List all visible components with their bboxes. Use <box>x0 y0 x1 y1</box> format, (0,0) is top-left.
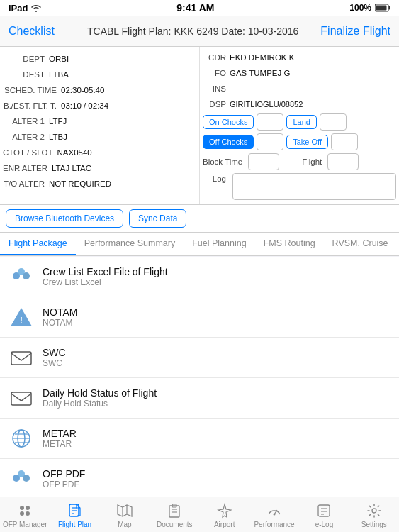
off-chocks-input[interactable] <box>257 133 283 150</box>
status-time: 9:41 AM <box>176 2 214 13</box>
dept-row: DEPT ORBI <box>3 51 196 67</box>
ofp-pdf-subtitle: OFP PDF <box>43 480 390 489</box>
bottom-tab-airport-label: Airport <box>214 521 235 528</box>
on-chocks-input[interactable] <box>257 113 283 131</box>
flight-info-container: DEPT ORBI DEST LTBA SCHED. TIME 02:30-05… <box>0 47 399 205</box>
fo-label: FO <box>203 69 230 77</box>
bottom-tab-performance[interactable]: Performance <box>249 502 299 528</box>
log-textarea[interactable] <box>232 173 396 200</box>
block-time-input[interactable] <box>248 153 279 170</box>
cdr-row: CDR EKD DEMIROK K <box>203 50 396 65</box>
sched-time-row: SCHED. TIME 02:30-05:40 <box>3 82 196 98</box>
off-chocks-button[interactable]: Off Chocks <box>203 135 254 149</box>
alter1-label: ALTER 1 <box>3 117 49 126</box>
tab-fuel-planning[interactable]: Fuel Planning <box>184 233 254 255</box>
dest-row: DEST LTBA <box>3 67 196 82</box>
flight-label: Flight <box>282 157 325 166</box>
dsp-row: DSP GIRITLIOGLU/08852 <box>203 96 396 112</box>
map-icon <box>116 502 133 519</box>
svg-rect-35 <box>318 505 330 516</box>
svg-rect-1 <box>389 6 390 10</box>
finalize-flight-button[interactable]: Finalize Flight <box>320 25 390 38</box>
best-flt-label: B./EST. FLT. T. <box>3 101 61 110</box>
on-chocks-row: On Chocks Land <box>203 112 396 132</box>
bottom-tab-flight-plan[interactable]: Flight Plan <box>50 502 99 528</box>
cdr-value: EKD DEMIROK K <box>230 53 294 62</box>
swc-title: SWC <box>43 347 390 358</box>
svg-point-19 <box>26 506 30 510</box>
crew-list-subtitle: Crew List Excel <box>43 277 390 287</box>
land-button[interactable]: Land <box>286 115 316 129</box>
ofp-pdf-title: OFP PDF <box>43 468 390 480</box>
bottom-tab-settings[interactable]: Settings <box>349 502 399 528</box>
elog-icon <box>315 502 332 519</box>
to-alter-value: NOT REQUIRED <box>49 179 111 188</box>
metar-text: METAR METAR <box>43 428 390 449</box>
svg-point-34 <box>274 514 276 516</box>
tab-performance-summary[interactable]: Performance Summary <box>76 233 184 255</box>
daily-hold-text: Daily Hold Status of Flight Daily Hold S… <box>43 387 390 409</box>
doc-icon <box>67 502 84 519</box>
list-item[interactable]: ! NOTAM NOTAM <box>0 297 399 338</box>
battery-icon <box>375 4 390 12</box>
tab-rvsm-cruise[interactable]: RVSM. Cruise <box>324 233 397 255</box>
on-chocks-button[interactable]: On Chocks <box>203 115 254 129</box>
list-item[interactable]: OFP PDF OFP PDF <box>0 459 399 499</box>
daily-hold-icon <box>9 385 34 411</box>
tab-fms-routing[interactable]: FMS Routing <box>255 233 324 255</box>
tab-flight-package[interactable]: Flight Package <box>0 233 76 255</box>
bottom-tab-map[interactable]: Map <box>100 502 150 528</box>
swc-subtitle: SWC <box>43 358 390 368</box>
list-item[interactable]: SWC SWC <box>0 338 399 378</box>
dept-value: ORBI <box>49 55 69 63</box>
dept-label: DEPT <box>3 55 49 63</box>
nav-bar: Checklist TCABL Flight Plan: KKK 6249 Da… <box>0 16 399 47</box>
alter2-value: LTBJ <box>49 133 67 141</box>
ofp-pdf-text: OFP PDF OFP PDF <box>43 468 390 489</box>
metar-icon <box>9 426 34 451</box>
svg-point-5 <box>18 268 25 275</box>
fo-value: GAS TUMPEJ G <box>230 69 290 77</box>
file-list: Crew List Excel File of Flight Crew List… <box>0 257 399 499</box>
bottom-tab-elog[interactable]: e-Log <box>299 502 349 528</box>
svg-text:!: ! <box>20 315 23 326</box>
crew-list-icon <box>9 264 34 289</box>
land-input[interactable] <box>320 113 347 131</box>
enr-alter-row: ENR ALTER LTAJ LTAC <box>3 160 196 176</box>
sync-button[interactable]: Sync Data <box>129 209 186 228</box>
dest-value: LTBA <box>49 70 69 79</box>
list-item[interactable]: METAR METAR <box>0 419 399 459</box>
svg-point-21 <box>26 511 30 516</box>
crew-list-text: Crew List Excel File of Flight Crew List… <box>43 266 390 287</box>
flight-input[interactable] <box>327 153 359 170</box>
notam-title: NOTAM <box>43 306 390 318</box>
dest-label: DEST <box>3 70 49 79</box>
svg-rect-2 <box>376 6 387 11</box>
take-off-input[interactable] <box>331 133 358 150</box>
best-flt-value: 03:10 / 02:34 <box>61 101 108 110</box>
bottom-tab-elog-label: e-Log <box>315 521 334 528</box>
svg-rect-8 <box>11 352 31 365</box>
svg-point-39 <box>372 509 376 513</box>
ofp-pdf-icon <box>9 466 34 492</box>
list-item[interactable]: Crew List Excel File of Flight Crew List… <box>0 257 399 297</box>
ctot-label: CTOT / SLOT <box>3 148 57 157</box>
block-time-row: Block Time Flight <box>203 152 396 172</box>
bottom-tab-documents[interactable]: Documents <box>150 502 199 528</box>
ctot-value: NAX0540 <box>57 148 92 157</box>
log-row: Log <box>203 172 396 201</box>
dsp-label: DSP <box>203 100 230 109</box>
nav-title: TCABL Flight Plan: KKK 6249 Date: 10-03-… <box>65 26 320 37</box>
to-alter-label: T/O ALTER <box>3 179 49 188</box>
left-flight-info: DEPT ORBI DEST LTBA SCHED. TIME 02:30-05… <box>0 47 200 204</box>
checklist-button[interactable]: Checklist <box>9 25 65 38</box>
bottom-tab-airport[interactable]: Airport <box>200 502 249 528</box>
dsp-value: GIRITLIOGLU/08852 <box>230 100 303 109</box>
list-item[interactable]: Daily Hold Status of Flight Daily Hold S… <box>0 378 399 419</box>
alter2-row: ALTER 2 LTBJ <box>3 129 196 145</box>
bottom-tab-ofp-manager[interactable]: OFP Manager <box>0 502 50 528</box>
gear-icon <box>366 502 383 519</box>
bluetooth-button[interactable]: Browse Bluetooth Devices <box>6 209 123 228</box>
take-off-button[interactable]: Take Off <box>286 135 328 149</box>
daily-hold-title: Daily Hold Status of Flight <box>43 387 390 399</box>
